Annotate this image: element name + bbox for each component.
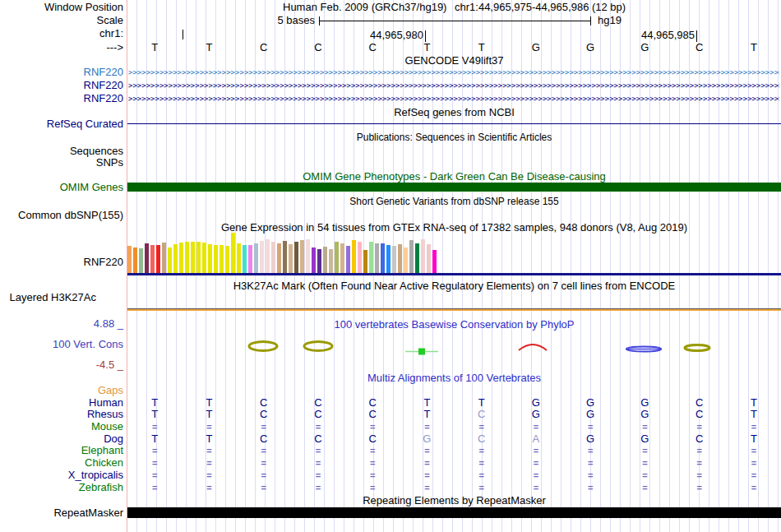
gtex-bar[interactable] bbox=[300, 240, 304, 273]
alignment-cell: = bbox=[237, 457, 291, 469]
alignment-cell: = bbox=[237, 421, 291, 433]
gtex-bar[interactable] bbox=[352, 240, 356, 273]
gtex-bar[interactable] bbox=[427, 244, 431, 273]
alignment-cell: = bbox=[563, 457, 617, 469]
gtex-bar[interactable] bbox=[415, 243, 419, 273]
alignment-cell: T bbox=[182, 409, 236, 420]
gtex-bar[interactable] bbox=[283, 241, 287, 273]
h3k27ac-label: Layered H3K27Ac bbox=[0, 292, 96, 303]
gtex-bar[interactable] bbox=[409, 240, 414, 273]
alignment-cell: = bbox=[291, 470, 345, 481]
gtex-bar[interactable] bbox=[150, 245, 155, 273]
alignment-cell: = bbox=[563, 445, 617, 456]
gtex-bar[interactable] bbox=[335, 242, 339, 273]
gtex-bar[interactable] bbox=[139, 248, 143, 273]
gtex-bar[interactable] bbox=[381, 243, 385, 273]
base-letter: C bbox=[291, 42, 345, 53]
phylop-glyph-ring[interactable] bbox=[683, 344, 711, 352]
ruler-minor-tick bbox=[183, 30, 183, 39]
alignment-cell: = bbox=[509, 457, 563, 469]
gtex-bar[interactable] bbox=[196, 242, 201, 273]
gtex-bar[interactable] bbox=[277, 243, 281, 273]
gtex-bar[interactable] bbox=[363, 250, 367, 273]
alignment-cell: = bbox=[127, 421, 182, 433]
strand-arrow-label: ---> bbox=[0, 42, 123, 53]
gtex-bar[interactable] bbox=[398, 244, 402, 273]
refseq-curated-line[interactable] bbox=[127, 123, 781, 124]
gtex-bar[interactable] bbox=[358, 242, 362, 273]
gtex-bar[interactable] bbox=[214, 245, 218, 273]
gtex-bar[interactable] bbox=[243, 245, 247, 273]
alignment-cell: = bbox=[617, 457, 672, 469]
gtex-bar[interactable] bbox=[156, 245, 160, 273]
gtex-bar[interactable] bbox=[168, 247, 172, 273]
gtex-bar[interactable] bbox=[173, 244, 178, 273]
gtex-bar[interactable] bbox=[340, 243, 344, 273]
gtex-bar[interactable] bbox=[133, 247, 137, 273]
transcript-arrows[interactable]: >>>>>>>>>>>>>>>>>>>>>>>>>>>>>>>>>>>>>>>>… bbox=[128, 81, 779, 90]
gtex-bar[interactable] bbox=[404, 247, 408, 273]
publications-sequences-label: Sequences bbox=[0, 146, 123, 157]
gtex-bar[interactable] bbox=[421, 239, 425, 273]
alignment-cell: = bbox=[127, 470, 182, 481]
gtex-bar[interactable] bbox=[271, 242, 275, 273]
gtex-bar[interactable] bbox=[392, 246, 396, 273]
omim-gene-bar[interactable] bbox=[127, 183, 781, 192]
gtex-bar[interactable] bbox=[312, 247, 316, 273]
repeatmasker-bar[interactable] bbox=[127, 507, 781, 518]
species-label-elephant: Elephant bbox=[0, 445, 123, 456]
transcript-arrows[interactable]: >>>>>>>>>>>>>>>>>>>>>>>>>>>>>>>>>>>>>>>>… bbox=[128, 67, 779, 77]
scale-bar-left-tick bbox=[319, 16, 320, 25]
base-letter: G bbox=[617, 42, 672, 53]
gtex-bar[interactable] bbox=[237, 243, 241, 273]
species-label-gaps: Gaps bbox=[0, 385, 123, 396]
gtex-bar[interactable] bbox=[369, 242, 373, 273]
gtex-bar[interactable] bbox=[254, 243, 258, 273]
gtex-bar[interactable] bbox=[191, 242, 195, 273]
alignment-cell: C bbox=[345, 397, 400, 409]
gtex-bar[interactable] bbox=[346, 246, 350, 273]
phylop-glyph-arc[interactable] bbox=[517, 344, 548, 352]
gtex-bar[interactable] bbox=[306, 239, 310, 273]
gtex-bar[interactable] bbox=[208, 244, 212, 273]
h3k27ac-track-title: H3K27Ac Mark (Often Found Near Active Re… bbox=[127, 280, 781, 291]
phylop-glyph-lens[interactable] bbox=[625, 345, 663, 353]
alignment-cell: G bbox=[617, 409, 672, 420]
transcript-arrows[interactable]: >>>>>>>>>>>>>>>>>>>>>>>>>>>>>>>>>>>>>>>>… bbox=[128, 94, 779, 104]
phylop-track-label: 100 Vert. Cons bbox=[0, 339, 123, 350]
phylop-glyph-line-dot[interactable] bbox=[405, 348, 438, 355]
gtex-bar[interactable] bbox=[179, 243, 183, 273]
alignment-cell: G bbox=[617, 433, 672, 445]
gtex-bar[interactable] bbox=[329, 249, 333, 273]
alignment-cell: = bbox=[237, 470, 291, 481]
gtex-bar[interactable] bbox=[220, 245, 224, 273]
gtex-bar[interactable] bbox=[432, 250, 437, 273]
gtex-bar[interactable] bbox=[145, 243, 149, 273]
phylop-max-value: 4.88 _ bbox=[0, 318, 123, 330]
gtex-bar[interactable] bbox=[317, 249, 321, 273]
gtex-bar[interactable] bbox=[248, 245, 252, 273]
gtex-bar[interactable] bbox=[386, 245, 390, 273]
gtex-bar[interactable] bbox=[323, 247, 327, 273]
phylop-glyph-ring[interactable] bbox=[303, 340, 334, 352]
species-label-rhesus: Rhesus bbox=[0, 409, 123, 420]
alignment-cell: = bbox=[182, 421, 236, 433]
gtex-bar[interactable] bbox=[225, 246, 229, 273]
alignment-cell: = bbox=[237, 445, 291, 456]
gtex-bar[interactable] bbox=[375, 243, 379, 273]
phylop-glyph-ring[interactable] bbox=[247, 340, 279, 352]
gtex-bar[interactable] bbox=[185, 242, 189, 273]
gtex-bar[interactable] bbox=[202, 243, 206, 273]
gtex-bar[interactable] bbox=[127, 246, 132, 273]
gtex-bar[interactable] bbox=[162, 243, 166, 273]
gtex-bar[interactable] bbox=[289, 244, 293, 273]
gtex-bar[interactable] bbox=[266, 239, 270, 273]
h3k27ac-signal-line[interactable] bbox=[127, 309, 781, 311]
transcript-label: RNF220 bbox=[0, 93, 123, 104]
alignment-cell: = bbox=[291, 457, 345, 469]
gtex-bar[interactable] bbox=[231, 233, 235, 273]
gtex-bar[interactable] bbox=[294, 242, 298, 273]
repeatmasker-track-title: Repeating Elements by RepeatMasker bbox=[127, 495, 781, 506]
alignment-cell: = bbox=[617, 470, 672, 481]
gtex-bar[interactable] bbox=[260, 241, 264, 273]
